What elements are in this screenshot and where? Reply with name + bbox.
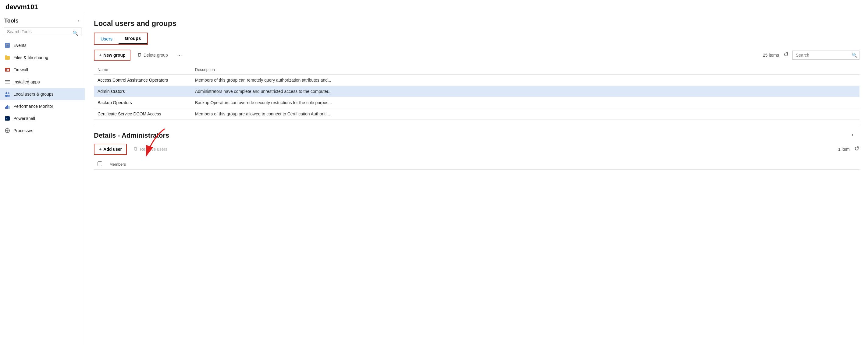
members-select-all-checkbox[interactable] [97, 161, 102, 166]
details-refresh-button[interactable] [854, 146, 860, 153]
sidebar-item-files[interactable]: Files & file sharing [0, 51, 85, 64]
groups-toolbar: + New group Delete group ··· 25 items [94, 49, 860, 61]
svg-point-14 [7, 95, 10, 97]
remove-users-label: Remove users [140, 147, 167, 152]
page-title: Local users and groups [94, 19, 860, 28]
sidebar-item-performance-label: Performance Monitor [13, 104, 53, 109]
group-desc-cell: Members of this group are allowed to con… [191, 108, 860, 120]
svg-text:>_: >_ [6, 117, 9, 120]
sidebar-item-powershell[interactable]: >_ PowerShell [0, 112, 85, 125]
collapse-icon: ‹ [78, 18, 79, 23]
svg-rect-5 [6, 69, 6, 71]
svg-rect-16 [6, 106, 7, 109]
items-count: 25 items [763, 53, 779, 58]
sidebar-item-powershell-label: PowerShell [13, 116, 35, 121]
svg-rect-23 [7, 129, 8, 129]
group-desc-cell: Backup Operators can override security r… [191, 97, 860, 108]
search-input[interactable] [793, 50, 860, 60]
refresh-button[interactable] [783, 52, 789, 59]
app-title: devvm101 [5, 3, 863, 11]
svg-point-11 [5, 92, 7, 94]
search-box-wrap: 🔍 [793, 50, 860, 60]
delete-group-button[interactable]: Delete group [132, 50, 173, 61]
sidebar-item-events[interactable]: Events [0, 39, 85, 51]
svg-rect-3 [6, 44, 9, 44]
svg-rect-8 [5, 80, 10, 81]
apps-icon [4, 79, 10, 85]
plus-icon-detail: + [99, 146, 101, 152]
add-user-button[interactable]: + Add user [94, 144, 127, 155]
delete-group-label: Delete group [144, 53, 168, 58]
processes-icon [4, 128, 10, 134]
table-row[interactable]: Backup Operators Backup Operators can ov… [94, 97, 860, 108]
svg-rect-6 [7, 69, 8, 71]
sidebar-item-events-label: Events [13, 43, 27, 48]
group-desc-cell: Administrators have complete and unrestr… [191, 86, 860, 97]
svg-rect-29 [138, 53, 141, 54]
sidebar-collapse-button[interactable]: ‹ [75, 18, 81, 24]
svg-rect-2 [6, 46, 9, 46]
users-icon [4, 91, 10, 97]
table-row[interactable]: Access Control Assistance Operators Memb… [94, 75, 860, 86]
svg-rect-0 [5, 43, 10, 48]
table-row[interactable]: Administrators Administrators have compl… [94, 86, 860, 97]
group-name-cell: Certificate Service DCOM Access [94, 108, 191, 120]
tabs-container: Users Groups [94, 33, 148, 45]
groups-table: Name Description Access Control Assistan… [94, 65, 860, 120]
events-icon [4, 42, 10, 48]
more-actions-button[interactable]: ··· [174, 50, 185, 61]
svg-rect-26 [8, 130, 9, 131]
search-tools-wrap: 🔍 [0, 27, 85, 39]
sidebar-item-local-users[interactable]: Local users & groups [0, 88, 85, 100]
svg-rect-15 [5, 107, 6, 109]
firewall-icon [4, 67, 10, 73]
svg-rect-28 [138, 54, 140, 56]
sidebar-item-performance[interactable]: Performance Monitor [0, 100, 85, 112]
folder-icon [4, 55, 10, 61]
svg-rect-7 [8, 69, 9, 71]
details-title: Details - Administrators [94, 132, 860, 139]
sidebar-item-firewall[interactable]: Firewall [0, 64, 85, 76]
svg-rect-30 [139, 53, 140, 53]
sidebar-title: Tools [4, 18, 19, 24]
add-user-label: Add user [103, 147, 122, 152]
svg-rect-18 [8, 106, 9, 109]
col-name-header: Name [94, 65, 191, 75]
sidebar-nav: Events Files & file sharing [0, 39, 85, 345]
details-refresh-icon [854, 146, 860, 151]
trash-icon [137, 53, 142, 58]
sidebar-item-processes[interactable]: Processes [0, 125, 85, 137]
sidebar-item-processes-label: Processes [13, 128, 33, 133]
svg-rect-24 [7, 132, 8, 133]
search-tools-input[interactable] [4, 27, 82, 36]
sidebar-item-files-label: Files & file sharing [13, 55, 48, 60]
tab-groups[interactable]: Groups [119, 33, 147, 44]
table-row[interactable]: Certificate Service DCOM Access Members … [94, 108, 860, 120]
sidebar-item-local-users-label: Local users & groups [13, 92, 54, 97]
svg-rect-10 [5, 83, 10, 83]
details-section: › Details - Administrators + Add user [94, 126, 860, 170]
col-description-header: Description [191, 65, 860, 75]
plus-icon: + [99, 53, 101, 58]
svg-rect-33 [135, 147, 136, 147]
details-collapse-button[interactable]: › [851, 132, 854, 138]
tab-users[interactable]: Users [94, 33, 119, 44]
group-name-cell: Backup Operators [94, 97, 191, 108]
svg-rect-1 [6, 45, 9, 45]
sidebar: Tools ‹ 🔍 Events [0, 13, 85, 345]
refresh-icon [783, 52, 789, 57]
svg-rect-17 [7, 105, 8, 109]
svg-rect-9 [5, 81, 10, 82]
performance-icon [4, 103, 10, 109]
sidebar-item-installed-apps[interactable]: Installed apps [0, 76, 85, 88]
svg-rect-25 [5, 130, 6, 131]
svg-point-13 [8, 92, 9, 94]
details-items-count: 1 item [838, 147, 850, 152]
sidebar-item-apps-label: Installed apps [13, 79, 40, 84]
details-toolbar: + Add user Remove users 1 item [94, 144, 860, 155]
svg-rect-32 [134, 147, 137, 148]
powershell-icon: >_ [4, 115, 10, 122]
svg-point-22 [6, 130, 8, 132]
new-group-button[interactable]: + New group [94, 49, 130, 61]
remove-users-button[interactable]: Remove users [129, 144, 172, 155]
